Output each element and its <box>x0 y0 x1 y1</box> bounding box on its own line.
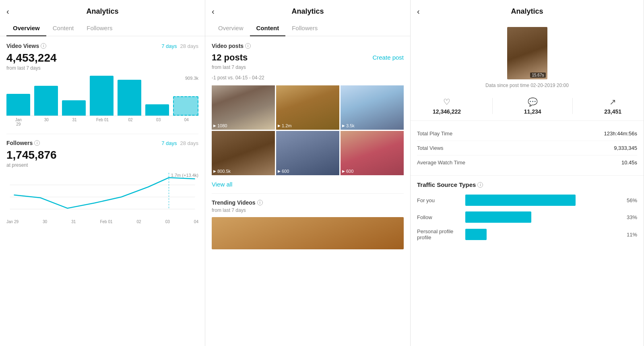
tab-content-content[interactable]: Content <box>250 21 286 36</box>
line-chart-labels: Jan 29 30 31 Feb 01 02 03 04 <box>6 220 198 224</box>
metric-value-views: 9,333,345 <box>614 145 637 151</box>
detail-content: 15.67s Data since post time 02-20-2019 2… <box>411 21 644 346</box>
followers-28days-btn[interactable]: 28 days <box>180 140 198 146</box>
video-views-time-buttons: 7 days 28 days <box>161 43 198 49</box>
tab-overview-content[interactable]: Content <box>46 21 80 36</box>
video-thumb-3-overlay: ▶ 3.5k <box>342 123 355 128</box>
view-all-button[interactable]: View all <box>212 181 404 188</box>
video-thumb-3[interactable]: ▶ 3.5k <box>341 85 404 130</box>
video-views-info-icon[interactable]: i <box>41 43 46 49</box>
traffic-row-personal: Personal profile profile 11% <box>417 228 637 240</box>
play-icon-2: ▶ <box>278 124 281 128</box>
followers-title: Followers i <box>6 140 40 146</box>
tab-overview-followers[interactable]: Followers <box>80 21 119 36</box>
traffic-bar-personal <box>465 229 487 240</box>
line-chart-svg: .lc { fill: none; stroke: #00bcd4; strok… <box>6 173 198 217</box>
bar-label-2: 30 <box>35 118 59 126</box>
bar-label-3: 31 <box>62 118 87 126</box>
stat-divider-2 <box>572 98 573 114</box>
tab-content-followers[interactable]: Followers <box>285 21 324 36</box>
detail-title: Analytics <box>511 7 543 16</box>
shares-count: 23,451 <box>604 108 621 115</box>
bar-2 <box>34 86 58 116</box>
content-divider <box>212 193 404 194</box>
posts-sub-2: -1 post vs. 04-15 - 04-22 <box>212 75 404 81</box>
video-thumb-5[interactable]: ▶ 600 <box>276 131 339 175</box>
overview-content: Video Views i 7 days 28 days 4,453,224 f… <box>0 36 205 346</box>
post-duration: 15.67s <box>530 73 545 78</box>
back-button-overview[interactable]: ‹ <box>6 7 9 16</box>
followers-info-icon[interactable]: i <box>34 140 40 146</box>
content-tabs: Overview Content Followers <box>205 21 410 36</box>
video-posts-info-icon[interactable]: i <box>245 43 251 49</box>
traffic-pct-foryou: 56% <box>623 197 637 203</box>
line-label-1: Jan 29 <box>6 220 19 224</box>
section-divider <box>6 134 198 134</box>
bar-chart <box>6 76 198 116</box>
back-button-content[interactable]: ‹ <box>212 7 215 16</box>
video-views-28days-btn[interactable]: 28 days <box>180 43 198 49</box>
traffic-row-foryou: For you 56% <box>417 195 637 206</box>
content-header: ‹ Analytics <box>205 0 410 21</box>
play-icon-5: ▶ <box>278 169 281 173</box>
video-views-3: 3.5k <box>346 123 355 128</box>
followers-number: 1,745,876 <box>6 149 198 162</box>
play-icon-1: ▶ <box>213 124 216 128</box>
bar-7-dashed <box>173 96 198 116</box>
video-views-4: 800.5k <box>217 169 231 174</box>
followers-7days-btn[interactable]: 7 days <box>161 140 177 146</box>
video-thumb-2-overlay: ▶ 1.2m <box>278 123 291 128</box>
metric-total-play-time: Total Play Time 123h:44m:56s <box>417 126 637 141</box>
play-icon-3: ▶ <box>342 124 345 128</box>
overview-tabs: Overview Content Followers <box>0 21 205 36</box>
traffic-bar-foryou <box>465 195 576 206</box>
content-panel: ‹ Analytics Overview Content Followers V… <box>205 0 411 346</box>
video-posts-header: 12 posts Create post <box>212 52 404 63</box>
line-label-6: 03 <box>165 220 170 224</box>
video-views-header: Video Views i 7 days 28 days <box>6 43 198 49</box>
line-label-7: 04 <box>194 220 198 224</box>
metric-label-play: Total Play Time <box>417 131 452 137</box>
content-main: Video posts i 12 posts Create post from … <box>205 36 410 346</box>
likes-stat: ♡ 12,346,222 <box>433 97 461 115</box>
traffic-section: Traffic Source Types i For you 56% Follo… <box>411 176 644 252</box>
video-thumb-4-overlay: ▶ 800.5k <box>213 169 231 174</box>
traffic-label-follow: Follow <box>417 214 461 220</box>
video-thumb-1[interactable]: ▶ 1080 <box>212 85 275 130</box>
stat-divider-1 <box>492 98 493 114</box>
video-thumb-6[interactable]: ▶ 600 <box>341 131 404 175</box>
metrics-section: Total Play Time 123h:44m:56s Total Views… <box>411 121 644 176</box>
video-views-1: 1080 <box>217 123 227 128</box>
video-posts-section-title: Video posts i <box>212 43 404 49</box>
video-thumb-4[interactable]: ▶ 800.5k <box>212 131 275 175</box>
metric-label-views: Total Views <box>417 145 444 151</box>
post-thumbnail[interactable]: 15.67s <box>507 27 547 79</box>
bar-chart-labels: Jan29 30 31 Feb 01 02 03 04 <box>6 118 198 126</box>
trending-info-icon[interactable]: i <box>257 200 263 205</box>
bar-5 <box>118 80 141 116</box>
traffic-info-icon[interactable]: i <box>477 182 483 188</box>
traffic-pct-personal: 11% <box>623 232 637 238</box>
bar-4 <box>90 76 114 116</box>
video-thumb-2[interactable]: ▶ 1.2m <box>276 85 339 130</box>
overview-header: ‹ Analytics <box>0 0 205 21</box>
bar-label-5: 02 <box>118 118 142 126</box>
create-post-button[interactable]: Create post <box>372 54 404 61</box>
overview-title: Analytics <box>86 7 118 16</box>
video-thumb-6-overlay: ▶ 600 <box>342 169 353 174</box>
followers-chart: 1.7m (+13.4k) .lc { fill: none; stroke: … <box>6 173 198 225</box>
video-views-7days-btn[interactable]: 7 days <box>161 43 177 49</box>
traffic-bar-personal-container <box>465 229 619 240</box>
trending-thumb[interactable] <box>212 217 404 249</box>
bar-label-4: Feb 01 <box>91 118 115 126</box>
traffic-row-follow: Follow 33% <box>417 211 637 223</box>
traffic-title: Traffic Source Types i <box>417 181 637 188</box>
traffic-label-personal: Personal profile profile <box>417 228 461 240</box>
traffic-bar-follow-container <box>465 211 619 223</box>
video-grid: ▶ 1080 ▶ 1.2m ▶ 3.5k ▶ 800.5k <box>212 85 404 175</box>
tab-overview-overview[interactable]: Overview <box>6 21 46 36</box>
heart-icon: ♡ <box>443 97 450 107</box>
tab-content-overview[interactable]: Overview <box>212 21 250 36</box>
back-button-detail[interactable]: ‹ <box>417 7 420 16</box>
chart-max-label: 909.3k <box>185 76 198 81</box>
